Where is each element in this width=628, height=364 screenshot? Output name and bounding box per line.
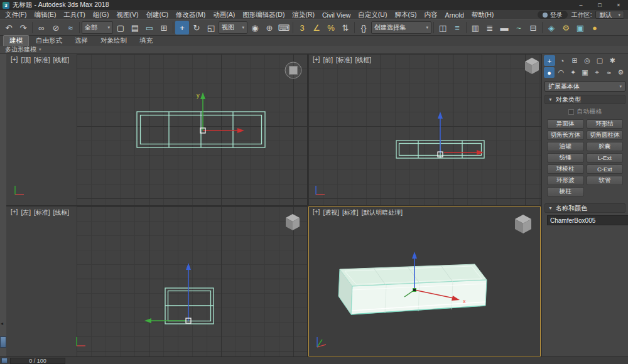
chamferbox-wireframe[interactable] (137, 112, 265, 147)
viewcube[interactable] (525, 58, 539, 74)
tab-systems[interactable]: ⚙ (615, 67, 626, 78)
menu-item[interactable]: 编辑(E) (30, 10, 60, 19)
name-color-rollout-header[interactable]: ▼ 名称和颜色 (544, 203, 625, 213)
viewport-front[interactable]: [+] [前] [标准] [线框] (308, 54, 541, 205)
toggle-ribbon-icon[interactable]: ▬ (497, 21, 511, 35)
viewport-menu-per-view[interactable]: [标准] (34, 208, 50, 217)
tab-shapes[interactable]: ◠ (556, 67, 566, 78)
maximize-button[interactable]: □ (590, 0, 609, 10)
spinner-snap-icon[interactable]: ⇅ (338, 21, 352, 35)
object-type-button[interactable]: 环形结 (587, 119, 624, 129)
object-type-button[interactable]: 环形波 (547, 176, 584, 185)
select-and-manipulate-icon[interactable]: ⊕ (263, 21, 276, 35)
select-and-rotate-icon[interactable]: ↻ (190, 21, 203, 35)
menu-item[interactable]: 创建(C) (143, 10, 173, 19)
viewcube[interactable] (285, 62, 301, 78)
edit-named-selection-sets-icon[interactable]: {} (357, 21, 371, 35)
material-editor-icon[interactable]: ◈ (544, 21, 558, 35)
minimize-button[interactable]: – (571, 0, 590, 10)
window-crossing-toggle-icon[interactable]: ⊞ (157, 21, 171, 35)
tab-cameras[interactable]: ▣ (580, 67, 590, 78)
toggle-scene-explorer-icon[interactable]: ▥ (468, 21, 482, 35)
object-type-button[interactable]: 切角长方体 (547, 131, 584, 140)
workspace-dropdown[interactable]: 默认 ▾ (595, 11, 624, 19)
unlink-selection-icon[interactable]: ⊘ (49, 21, 63, 35)
object-type-button[interactable]: 异面体 (547, 119, 584, 129)
select-and-link-icon[interactable]: ∞ (35, 21, 48, 35)
render-setup-icon[interactable]: ⚙ (559, 21, 573, 35)
snap-toggle-3d-icon[interactable]: 3 (295, 21, 309, 35)
curve-editor-icon[interactable]: ~ (512, 21, 526, 35)
menu-item[interactable]: Arnold (441, 10, 467, 19)
viewport-menu-general[interactable]: [+] (313, 56, 320, 65)
tab-hierarchy[interactable]: ⊞ (569, 55, 580, 66)
sign-in-button[interactable]: 登录 (538, 11, 568, 19)
tab-utilities[interactable]: ✱ (607, 55, 618, 66)
menu-item[interactable]: 图形编辑器(D) (239, 10, 288, 19)
viewport-top[interactable]: [+] [顶] [标准] [线框] (6, 54, 307, 205)
viewport-menu-shading[interactable]: [默认明暗处理] (362, 208, 403, 217)
menu-item[interactable]: Civil View (318, 10, 354, 19)
bind-to-space-warp-icon[interactable]: ≈ (63, 21, 77, 35)
viewport-menu-general[interactable]: [+] (11, 208, 18, 217)
rectangular-selection-region-icon[interactable]: ▭ (143, 21, 156, 35)
object-type-button[interactable]: 软管 (587, 176, 624, 185)
redo-icon[interactable]: ↷ (16, 21, 30, 35)
reference-coordinate-dropdown[interactable]: 视图▾ (219, 21, 247, 34)
close-button[interactable]: × (609, 0, 628, 10)
viewport-menu-view[interactable]: [前] (323, 56, 333, 65)
viewport-menu-view[interactable]: [透视] (323, 208, 339, 217)
menu-item[interactable]: 视图(V) (113, 10, 143, 19)
viewcube[interactable] (286, 214, 300, 230)
tab-motion[interactable]: ◎ (582, 55, 593, 66)
viewport-menu-per-view[interactable]: [标准] (336, 56, 352, 65)
collapsed-left-panel[interactable]: ◂ (0, 54, 6, 356)
primitive-category-dropdown[interactable]: 扩展基本体 ▾ (544, 81, 625, 92)
menu-item[interactable]: 自定义(U) (354, 10, 391, 19)
selection-filter-dropdown[interactable]: 全部▾ (82, 21, 113, 34)
menu-item[interactable]: 内容 (420, 10, 441, 19)
ribbon-tab[interactable]: 建模 (3, 35, 29, 46)
scene-explorer-toggle-icon[interactable] (1, 358, 8, 363)
menu-item[interactable]: 帮助(H) (468, 10, 498, 19)
menu-item[interactable]: 组(G) (89, 10, 113, 19)
object-type-button[interactable]: 纺锤 (547, 153, 584, 163)
toggle-layer-explorer-icon[interactable]: ≣ (483, 21, 497, 35)
viewport-menu-per-view[interactable]: [标准] (342, 208, 359, 217)
ribbon-panel-row[interactable]: 多边形建模 ▾ (0, 46, 628, 54)
tab-modify[interactable]: ◔ (556, 55, 568, 66)
menu-item[interactable]: 文件(F) (1, 10, 30, 19)
object-type-button[interactable]: C-Ext (587, 164, 624, 174)
ribbon-tab[interactable]: 对象绘制 (95, 36, 133, 46)
menu-item[interactable]: 动画(A) (209, 10, 239, 19)
autogrid-checkbox[interactable] (568, 109, 574, 115)
tab-space-warps[interactable]: ≈ (604, 67, 614, 78)
object-type-button[interactable]: 棱柱 (547, 187, 584, 196)
ribbon-tab[interactable]: 选择 (69, 36, 94, 46)
tab-helpers[interactable]: ⌖ (592, 67, 602, 78)
tab-geometry[interactable]: ● (544, 67, 555, 78)
viewport-left[interactable]: [+] [左] [标准] [线框] (6, 206, 307, 356)
move-gizmo[interactable] (438, 112, 484, 157)
viewport-menu-per-view[interactable]: [标准] (34, 56, 50, 65)
viewport-menu-general[interactable]: [+] (11, 56, 18, 65)
tab-lights[interactable]: ✦ (568, 67, 578, 78)
angle-snap-icon[interactable]: ∠ (310, 21, 323, 35)
select-and-scale-icon[interactable]: ◱ (204, 21, 218, 35)
viewport-menu-shading[interactable]: [线框] (53, 208, 70, 217)
collapse-left-icon[interactable]: ◂ (1, 321, 3, 326)
render-production-icon[interactable]: ● (588, 21, 602, 35)
viewport-menu-shading[interactable]: [线框] (53, 56, 70, 65)
object-name-input[interactable] (547, 215, 628, 225)
object-type-button[interactable]: 油罐 (547, 142, 584, 151)
select-by-name-icon[interactable]: ▤ (128, 21, 142, 35)
mirror-icon[interactable]: ◫ (436, 21, 450, 35)
viewcube[interactable] (515, 215, 531, 233)
undo-icon[interactable]: ↶ (2, 21, 16, 35)
move-gizmo[interactable]: y (197, 92, 244, 133)
select-and-move-icon[interactable]: + (175, 21, 189, 35)
tab-display[interactable]: ▢ (594, 55, 605, 66)
viewport-menu-view[interactable]: [顶] (21, 56, 31, 65)
viewport-menu-general[interactable]: [+] (313, 208, 320, 217)
percent-snap-icon[interactable]: % (324, 21, 338, 35)
